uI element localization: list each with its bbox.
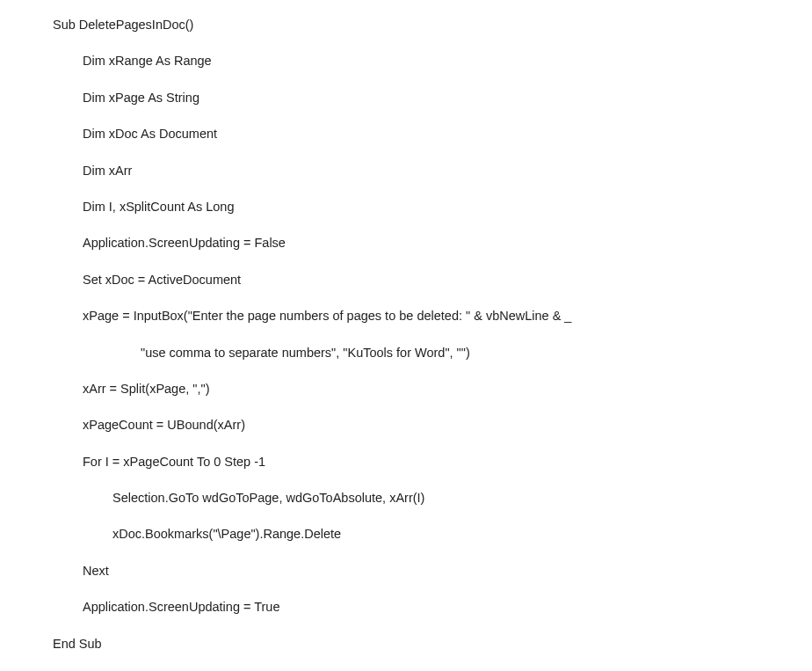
code-line: Dim xRange As Range [53,54,812,69]
code-line: Application.ScreenUpdating = True [53,600,812,615]
code-line: Sub DeletePagesInDoc() [53,18,812,33]
code-line: xPage = InputBox("Enter the page numbers… [53,309,812,324]
code-block: Sub DeletePagesInDoc() Dim xRange As Ran… [0,0,812,652]
code-line: Next [53,564,812,579]
code-line: Dim xPage As String [53,91,812,106]
code-line: Selection.GoTo wdGoToPage, wdGoToAbsolut… [53,491,812,506]
code-line: End Sub [53,637,812,652]
code-line: "use comma to separate numbers", "KuTool… [53,346,812,361]
code-line: xPageCount = UBound(xArr) [53,418,812,433]
code-line: Dim xDoc As Document [53,127,812,142]
code-line: xArr = Split(xPage, ",") [53,382,812,397]
code-line: Application.ScreenUpdating = False [53,236,812,251]
code-line: Dim xArr [53,164,812,179]
code-line: xDoc.Bookmarks("\Page").Range.Delete [53,527,812,542]
code-line: Set xDoc = ActiveDocument [53,273,812,288]
code-line: For I = xPageCount To 0 Step -1 [53,455,812,470]
code-line: Dim I, xSplitCount As Long [53,200,812,215]
